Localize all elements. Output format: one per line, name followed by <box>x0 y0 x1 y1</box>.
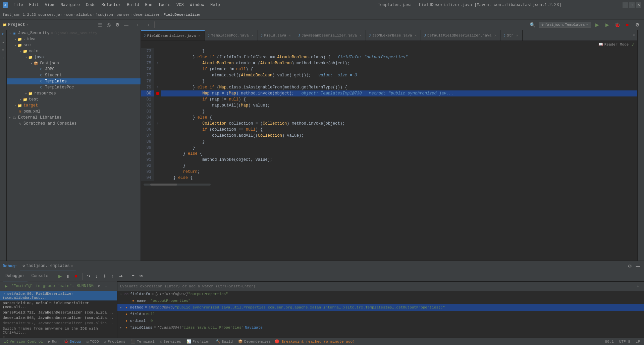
status-line-sep[interactable]: LF <box>634 340 641 344</box>
status-terminal[interactable]: ⬛ Terminal <box>129 339 156 344</box>
sidebar-right-icon[interactable]: ☰ <box>638 31 644 37</box>
menu-navigate[interactable]: Navigate <box>58 2 83 8</box>
tab-templates-poc[interactable]: J TemplatesPoc.java ✕ <box>205 30 258 41</box>
back-button[interactable]: ← <box>134 21 142 29</box>
close-tab-button[interactable]: ✕ <box>493 33 497 38</box>
stop-button[interactable]: ■ <box>623 21 631 29</box>
settings-main-button[interactable]: ⚙ <box>633 21 641 29</box>
status-debug[interactable]: 🐞 Debug <box>62 339 82 344</box>
step-into-button[interactable]: ↓ <box>93 273 100 280</box>
locate-file-button[interactable]: ◎ <box>105 21 113 29</box>
step-over-button[interactable]: ↷ <box>85 273 92 280</box>
show-frames-button[interactable]: ≡ <box>130 273 137 280</box>
close-tab-button[interactable]: ✕ <box>287 33 292 38</box>
tree-item-extlibs[interactable]: ▸ 🗂 External Libraries <box>7 115 141 121</box>
stop-debug-button[interactable]: ■ <box>73 273 79 280</box>
menu-tools[interactable]: Tools <box>156 2 173 8</box>
breadcrumb-com[interactable]: com <box>66 13 73 17</box>
menu-code[interactable]: Code <box>83 2 98 8</box>
breadcrumb-alibaba[interactable]: alibaba <box>76 13 92 17</box>
status-services[interactable]: ⚙ Services <box>159 339 182 344</box>
build-button[interactable]: ▶ <box>593 21 601 29</box>
tree-item-java[interactable]: ▾ 📁 java <box>7 54 141 60</box>
close-tab-button[interactable]: ✕ <box>197 33 202 38</box>
var-ordinal[interactable]: ● ordinal = 0 <box>117 318 644 324</box>
close-tab-button[interactable]: ✕ <box>250 33 255 38</box>
var-method[interactable]: ▸ ● method = {Method@945} "public synchr… <box>117 304 644 311</box>
var-name[interactable]: ● name = "outputProperties" <box>117 297 644 304</box>
tab-jsonlexer[interactable]: J JSONLexerBase.java ✕ <box>366 30 421 41</box>
hide-panel-button[interactable]: — <box>122 21 130 29</box>
frame-item-2[interactable]: parseField:83, DefaultFieldDeserializer … <box>0 300 117 310</box>
resume-small-button[interactable]: ▶ <box>3 283 9 289</box>
status-version-control[interactable]: ⎇ Version Control <box>3 339 44 344</box>
tab-field-deserializer[interactable]: J FieldDeserializer.java ✕ <box>141 30 205 41</box>
step-out-button[interactable]: ↑ <box>109 273 116 280</box>
frame-item-5[interactable]: deserialze:187, JavaBeanDeserializer (co… <box>0 321 117 326</box>
filter-button[interactable]: ▾ <box>96 283 102 289</box>
tree-item-idea[interactable]: ▸ 📁 .idea <box>7 36 141 42</box>
breadcrumb-fastjson[interactable]: fastjson <box>95 13 113 17</box>
watches-button[interactable]: 👁 <box>138 273 145 280</box>
close-button[interactable]: ✕ <box>636 2 641 8</box>
breadcrumb-deserializer[interactable]: deserializer <box>133 13 160 17</box>
tree-item-student[interactable]: C Student <box>7 72 141 78</box>
tab-str[interactable]: J Str ✕ <box>500 30 522 41</box>
debug-settings-button[interactable]: ⚙ <box>627 263 633 270</box>
var-field-class[interactable]: ▸ ● fieldClass = {Class@304} "class java… <box>117 324 644 331</box>
tree-item-resources[interactable]: ▸ 📁 resources <box>7 90 141 96</box>
var-field[interactable]: ● field = null <box>117 311 644 318</box>
expression-input[interactable] <box>120 284 635 288</box>
horizontal-scrollbar[interactable] <box>141 181 637 188</box>
tree-item-target[interactable]: ▸ 📁 target <box>7 102 141 109</box>
sidebar-icon-bookmarks[interactable]: ★ <box>1 40 6 45</box>
minimize-button[interactable]: ─ <box>623 2 628 8</box>
sidebar-icon-structure[interactable]: ≡ <box>1 48 6 53</box>
run-config-selector[interactable]: ⚙ fastjson.Templates ▾ <box>539 22 591 28</box>
frame-item-1[interactable]: → setValue:80, FieldDeserializer (com.al… <box>0 291 117 300</box>
menu-vcs[interactable]: VCS <box>174 2 186 8</box>
tree-item-templates[interactable]: C Templates <box>7 78 141 84</box>
status-position[interactable]: 80:1 <box>603 340 615 344</box>
tab-javabean-deserializer[interactable]: J JavaBeanDeserializer.java ✕ <box>295 30 366 41</box>
tree-item-pom[interactable]: m pom.xml <box>7 109 141 115</box>
sidebar-icon-problems[interactable]: ! <box>1 56 6 61</box>
maximize-button[interactable]: □ <box>629 2 635 8</box>
close-tab-button[interactable]: ✕ <box>358 33 363 38</box>
search-everywhere-button[interactable]: 🔍 <box>529 21 537 29</box>
debug-run-button[interactable]: 🐞 <box>613 21 621 29</box>
tree-item-java-security[interactable]: ▾ ◼ Java_Security D:\java\Java_Security <box>7 30 141 36</box>
run-button[interactable]: ▶ <box>603 21 611 29</box>
menu-help[interactable]: Help <box>208 2 223 8</box>
menu-edit[interactable]: Edit <box>26 2 42 8</box>
breadcrumb-parser[interactable]: parser <box>117 13 130 17</box>
collapse-all-button[interactable]: ☰ <box>96 21 104 29</box>
close-tab-button[interactable]: ✕ <box>515 33 520 38</box>
force-step-into-button[interactable]: ⇓ <box>101 273 108 280</box>
menu-run[interactable]: Run <box>142 2 155 8</box>
code-editor[interactable]: 73 } 74 } else if (fieldInfo.fieldClass … <box>141 48 637 261</box>
frame-item-switch[interactable]: Switch frames from anywhere in the IDE w… <box>0 326 117 338</box>
sidebar-icon-project[interactable]: P <box>1 31 6 37</box>
frame-item-3[interactable]: parseField:722, JavaBeanDeserializer (co… <box>0 310 117 315</box>
menu-file[interactable]: File <box>11 2 26 8</box>
resume-button[interactable]: ▶ <box>57 273 63 280</box>
run-to-cursor-button[interactable]: ➔ <box>117 273 124 280</box>
settings-button[interactable]: ⚙ <box>113 21 121 29</box>
close-debug-session[interactable]: ✕ <box>71 264 73 268</box>
status-build[interactable]: 🔨 Build <box>214 339 234 344</box>
tab-debug-session[interactable]: ⚙ fastjson.Templates ✕ <box>20 261 75 271</box>
navigate-link[interactable]: Navigate <box>245 326 263 330</box>
forward-button[interactable]: → <box>144 21 152 29</box>
status-todo[interactable]: ☑ TODO <box>85 339 100 344</box>
debug-minimize-button[interactable]: — <box>635 263 641 270</box>
tree-item-main[interactable]: ▾ 📁 main <box>7 48 141 54</box>
tab-field[interactable]: J Field.java ✕ <box>258 30 296 41</box>
tree-item-templatespoc[interactable]: C TemplatesPoc <box>7 84 141 90</box>
status-dependencies[interactable]: 📦 Dependencies <box>237 339 272 344</box>
frame-item-4[interactable]: deserialze:568, JavaBeanDeserializer (co… <box>0 315 117 321</box>
menu-view[interactable]: View <box>42 2 57 8</box>
reader-mode-button[interactable]: 📖 Reader Mode <box>598 42 629 47</box>
tree-item-scratches[interactable]: ✎ Scratches and Consoles <box>7 121 141 127</box>
add-watch-button[interactable]: + <box>635 283 641 290</box>
